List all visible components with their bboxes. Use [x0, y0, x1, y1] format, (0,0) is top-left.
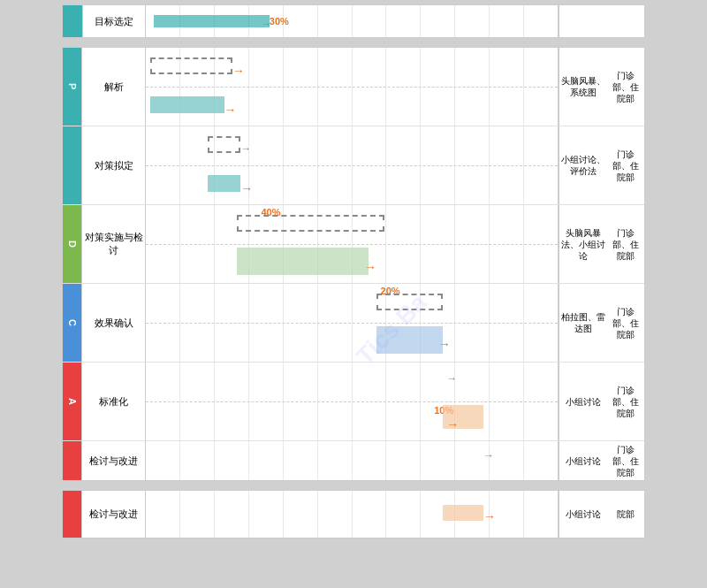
jiexi-actual-bar: [150, 96, 224, 113]
method-jiantao: 小组讨论: [559, 441, 607, 480]
row-biaozhun: A 标准化 10%: [63, 363, 644, 441]
method-biaozhun: 小组讨论: [559, 363, 607, 440]
duice-actual-bar: [208, 175, 240, 192]
phase-p2: [63, 126, 82, 204]
task-xiaoguo: 效果确认: [82, 284, 146, 362]
method-shishi: 头脑风暴法、小组讨论: [559, 205, 607, 283]
row-jiexi: P 解析: [63, 48, 644, 126]
shishi-actual-bar: [237, 248, 369, 275]
xiaoguo-plan-bar: [376, 294, 443, 310]
shishi-arrow: →: [364, 260, 376, 274]
jiexi-plan-bar: [150, 57, 232, 74]
card-bottom: 检讨与改进 →: [62, 490, 645, 538]
phase-p: P: [63, 48, 82, 126]
method-xiaoguo: 柏拉图、雷达图: [559, 284, 607, 362]
dept-jiantao: 门诊部、住院部: [607, 441, 644, 480]
dept-shishi: 门诊部、住院部: [607, 205, 644, 283]
top-plan-bar: [154, 15, 269, 27]
card-top: 目标选定: [62, 4, 645, 38]
row-jiantao: 检讨与改进 → 小组讨论 门诊部: [63, 441, 644, 480]
page-container: { "topCard": { "label": "目标选定", "pct": "…: [0, 4, 707, 588]
task-shishi: 对策实施与检讨: [82, 205, 146, 283]
row-xiaoguo: C 效果确认 20%: [63, 284, 644, 363]
bottom-dept: 院部: [607, 491, 644, 538]
task-jiexi: 解析: [82, 48, 146, 126]
jiantao-arrow: →: [483, 449, 494, 462]
bottom-method: 小组讨论: [559, 491, 607, 538]
biaozhun-arrow-top: →: [446, 372, 457, 385]
jiexi-arrow-bottom: →: [224, 103, 237, 117]
xiaoguo-actual-bar: [376, 326, 443, 354]
top-pct-label: 30%: [270, 16, 289, 27]
duice-plan-bar: [208, 136, 240, 153]
card-main: P 解析: [62, 47, 645, 481]
top-task-label: 目标选定: [82, 5, 146, 37]
task-biaozhun: 标准化: [82, 363, 146, 440]
jiexi-arrow-top: →: [232, 64, 245, 78]
method-jiexi: 头脑风暴、系统图: [559, 48, 607, 126]
biaozhun-arrow-bottom: →: [446, 417, 459, 431]
phase-d: D: [63, 205, 82, 283]
dept-biaozhun: 门诊部、住院部: [607, 363, 644, 440]
bottom-task: 检讨与改进: [82, 491, 146, 538]
task-jiantao: 检讨与改进: [82, 441, 146, 480]
phase-a2: [63, 441, 82, 480]
phase-c: C: [63, 284, 82, 362]
dept-jiexi: 门诊部、住院部: [607, 48, 644, 126]
phase-a: A: [63, 363, 82, 440]
row-duice: 对策拟定 →: [63, 126, 644, 205]
task-duice: 对策拟定: [82, 126, 146, 204]
xiaoguo-arrow: →: [438, 337, 451, 351]
top-arrow: →: [261, 18, 271, 30]
method-duice: 小组讨论、评价法: [559, 126, 607, 204]
dept-duice: 门诊部、住院部: [607, 126, 644, 204]
row-shishi: D 对策实施与检讨 4: [63, 205, 644, 284]
duice-arrow-top: →: [240, 142, 251, 155]
duice-arrow-bottom: →: [240, 181, 253, 195]
dept-xiaoguo: 门诊部、住院部: [607, 284, 644, 362]
bottom-arrow: →: [483, 509, 496, 523]
shishi-plan-bar: [237, 215, 385, 232]
bottom-bar: [443, 505, 484, 522]
